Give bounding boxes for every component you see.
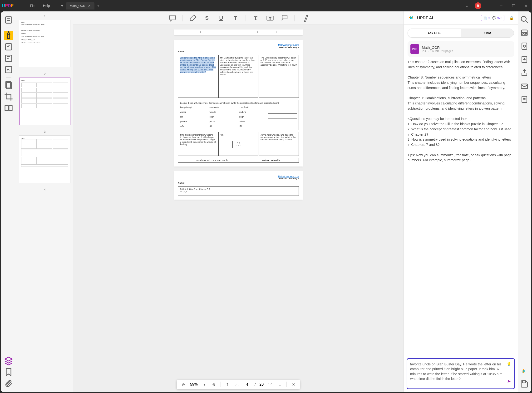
file-meta: PDF · 1.6 MB · 20 pages [422,49,453,53]
sign-icon[interactable] [4,65,13,74]
zoom-in-icon[interactable]: ⊕ [211,382,217,387]
chevron-down-icon[interactable]: ⌄ [462,1,471,10]
prev-page-icon[interactable]: ︿ [234,382,240,387]
page-input[interactable] [244,383,251,386]
export-icon[interactable] [520,55,529,64]
pdf-page-5: MathWorksheets.com Week of February 5 Na… [174,171,303,200]
highlighter-icon[interactable] [188,14,197,22]
right-toolbar: OCR [518,11,531,392]
zoom-dropdown-icon[interactable]: ▾ [202,382,207,387]
problem-box-4: If the average marshmallow weighs 0.12 o… [178,132,218,156]
annotation-toolbar: S U T T T [73,11,404,25]
zoom-value: 59% [190,382,198,387]
left-toolbar [1,11,16,392]
thumbnails-panel: 1 Name:___Cross off the number that does… [16,11,73,392]
pdf-view: S U T T T [73,11,404,392]
tab-dropdown-icon[interactable]: ▾ [58,2,66,10]
reader-icon[interactable] [4,15,13,25]
spell-instructions: Look at these awful spellings. Someone c… [180,102,297,104]
thumbnail-3[interactable]: Name:___ [19,135,70,183]
site-link: MathWorksheets.com [278,44,299,46]
maximize-icon[interactable]: ☐ [509,1,518,10]
email-icon[interactable] [520,82,529,90]
problem-box-6: Jenna rolls two dice. She adds the numbe… [259,132,299,156]
spelling-box: Look at these awful spellings. Someone c… [178,100,299,130]
attachment-icon[interactable] [4,379,13,388]
send-icon[interactable]: ➤ [507,378,511,384]
app-logo: UPDF [2,3,14,8]
quota-badge[interactable]: 📄98 💬976 [481,15,504,21]
form-icon[interactable] [4,54,13,63]
thumbnail-2[interactable]: Name:___ [19,78,70,125]
user-avatar[interactable]: B [475,2,481,9]
compare-icon[interactable] [4,103,13,113]
crop-icon[interactable] [4,92,13,101]
close-window-icon[interactable]: ✕ [522,1,530,10]
strikethrough-icon[interactable]: S [203,14,211,22]
ai-panel: UPDF AI 📄98 💬976 🔒 Ask PDF Chat PDF Math… [404,11,518,392]
zoom-out-icon[interactable]: ⊖ [181,382,186,387]
text-icon[interactable]: T [251,14,260,22]
close-icon[interactable]: ✕ [88,4,91,8]
edit-text-icon[interactable] [4,42,13,52]
share-icon[interactable] [520,69,529,77]
svg-rect-3 [5,44,12,50]
document-tab[interactable]: Math_OCR ✕ [66,2,94,10]
search-icon[interactable] [520,15,529,24]
problem-box-1: Connor decided to write a letter to his … [178,55,218,98]
tab-title: Math_OCR [70,4,85,8]
thumb-label: 1 [19,14,70,18]
file-chip[interactable]: PDF Math_OCR PDF · 1.6 MB · 20 pages [408,41,514,57]
problem-1-text[interactable]: Connor decided to write a letter to his … [180,57,216,73]
add-tab-icon[interactable]: ＋ [94,2,102,10]
pdf-page-4: MathWorksheets.com Week of February 5 Na… [174,40,303,167]
svg-rect-15 [282,15,287,19]
squiggly-icon[interactable]: T [231,14,240,22]
word-root-box: word root val can mean worth valiant, va… [178,158,299,163]
ai-response: This chapter focuses on multiplication e… [404,59,518,355]
print-icon[interactable] [520,95,529,104]
problem-box-3: The Limerick Day assembly will begin at … [259,55,299,98]
lock-icon[interactable]: 🔒 [509,16,514,20]
pencil-icon[interactable] [300,14,309,22]
organize-icon[interactable] [4,80,13,90]
ai-input[interactable] [410,362,505,386]
thumb-label: 2 [19,72,70,76]
problem-box-2: Mr. Martinez is trying the latest fad di… [218,55,258,98]
svg-rect-11 [9,105,12,111]
save-icon[interactable] [520,380,529,388]
lightbulb-icon[interactable]: 💡 [507,362,511,366]
next-page-icon[interactable]: ﹀ [267,382,273,387]
svg-rect-12 [170,15,175,20]
textbox-icon[interactable]: T [266,14,274,22]
name-field: Name: [178,182,299,184]
menu-file[interactable]: File [26,4,39,8]
comment-icon[interactable] [168,14,177,22]
tab-ask-pdf[interactable]: Ask PDF [408,29,461,38]
menu-help[interactable]: Help [39,4,54,8]
ai-logo-icon [408,15,414,21]
compress-icon[interactable] [520,42,529,50]
minimize-icon[interactable]: ─ [497,1,505,10]
ai-star-icon[interactable] [520,368,527,375]
ocr-icon[interactable]: OCR [520,29,529,37]
ai-input-container: 💡 ➤ [407,358,515,389]
thumbnail-1[interactable]: Name:___Cross off the number that does N… [19,20,70,67]
week-label: Week of February 5 [279,46,299,49]
highlight-icon[interactable] [4,31,13,40]
equation-box: 3.6,6.4,1.6,8.x,0. = ,0.9,x. = ,5,5 = •2… [178,186,299,196]
underline-icon[interactable]: U [217,14,226,22]
last-page-icon[interactable]: ⤓ [277,382,283,387]
callout-icon[interactable] [280,14,289,22]
week-label: Week of February 5 [279,177,299,180]
file-name: Math_OCR [422,45,453,49]
tab-chat[interactable]: Chat [461,29,514,38]
bookmark-icon[interactable] [4,367,13,377]
layers-icon[interactable] [4,356,13,365]
close-controls-icon[interactable]: ✕ [291,382,296,387]
svg-line-17 [526,21,528,23]
ai-title: UPDF AI [417,16,433,20]
svg-rect-20 [522,43,527,49]
first-page-icon[interactable]: ⤒ [225,382,230,387]
titlebar: UPDF File Help ▾ Math_OCR ✕ ＋ ⌄ B ─ ☐ ✕ [0,0,532,11]
